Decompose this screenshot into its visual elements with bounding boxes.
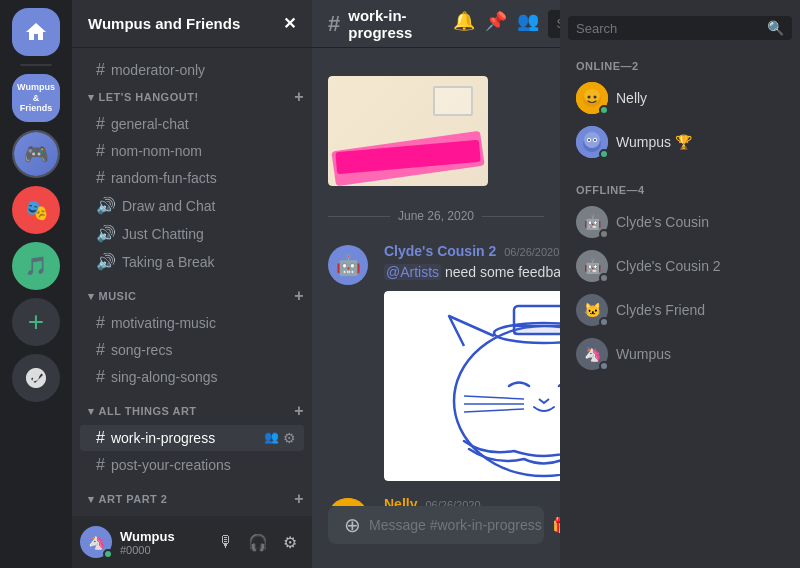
member-avatar-clydes-friend: 🐱	[576, 294, 608, 326]
channel-item-just-chatting[interactable]: 🔊 Just Chatting	[80, 220, 304, 247]
server-icon-home[interactable]	[12, 8, 60, 56]
channel-item-work-in-progress[interactable]: # work-in-progress 👥 ⚙	[80, 425, 304, 451]
search-bar[interactable]: 🔍	[548, 10, 560, 38]
text-channel-icon: #	[96, 169, 105, 187]
members-search[interactable]: 🔍	[568, 16, 792, 40]
member-item-clydes-cousin-2[interactable]: 🤖 Clyde's Cousin 2	[568, 244, 792, 288]
message-timestamp: 06/26/2020	[425, 499, 480, 506]
text-channel-icon: #	[96, 115, 105, 133]
user-settings-button[interactable]: ⚙	[276, 528, 304, 556]
svg-point-23	[588, 96, 591, 99]
server-icon-s2[interactable]: 🎭	[12, 186, 60, 234]
avatar	[328, 498, 368, 506]
message-author: Nelly	[384, 496, 417, 506]
discover-icon[interactable]	[12, 354, 60, 402]
add-channel-icon[interactable]: +	[294, 402, 304, 420]
add-server-button[interactable]: +	[12, 298, 60, 346]
mention: @Artists	[384, 264, 441, 280]
member-avatar-wumpus	[576, 126, 608, 158]
member-item-nelly[interactable]: Nelly	[568, 76, 792, 120]
member-name: Clyde's Cousin 2	[616, 258, 784, 274]
channel-name: nom-nom-nom	[111, 143, 296, 159]
server-icon-s1[interactable]: 🎮	[12, 130, 60, 178]
voice-channel-icon: 🔊	[96, 196, 116, 215]
member-item-clydes-cousin[interactable]: 🤖 Clyde's Cousin	[568, 200, 792, 244]
channel-item-moderator-only[interactable]: # moderator-only	[80, 57, 304, 83]
gift-button[interactable]: 🎁	[552, 516, 560, 535]
section-header-lets-hangout[interactable]: ▾ LET'S HANGOUT! +	[72, 84, 312, 110]
section-header-music[interactable]: ▾ MUSIC +	[72, 283, 312, 309]
channel-name-header: work-in-progress	[348, 7, 412, 41]
user-controls: 🎙 🎧 ⚙	[212, 528, 304, 556]
channel-name: random-fun-facts	[111, 170, 296, 186]
user-info: Wumpus #0000	[120, 529, 204, 556]
channel-sidebar: Wumpus and Friends ✕ # moderator-only ▾ …	[72, 0, 312, 568]
deafen-button[interactable]: 🎧	[244, 528, 272, 556]
add-attachment-button[interactable]: ⊕	[344, 513, 361, 537]
channel-item-motivating-music[interactable]: # motivating-music	[80, 310, 304, 336]
channel-item-inspiring-artists[interactable]: # inspiring-artists	[80, 513, 304, 516]
message-group-prior	[312, 64, 560, 193]
mute-microphone-button[interactable]: 🎙	[212, 528, 240, 556]
members-sidebar: 🔍 Online—2 Nelly	[560, 0, 800, 568]
server-header[interactable]: Wumpus and Friends ✕	[72, 0, 312, 48]
pin-button[interactable]: 📌	[484, 10, 508, 38]
input-actions: 🎁 GIF 😊	[552, 514, 560, 536]
channel-name: Just Chatting	[122, 226, 296, 242]
members-search-input[interactable]	[576, 21, 759, 36]
text-channel-icon: #	[96, 429, 105, 447]
add-channel-icon[interactable]: +	[294, 287, 304, 305]
messages-area: June 26, 2020 🤖 Clyde's Cousin 2 06/26/2…	[312, 48, 560, 506]
section-header-all-things-art[interactable]: ▾ ALL THINGS ART +	[72, 398, 312, 424]
channel-item-random-fun-facts[interactable]: # random-fun-facts	[80, 165, 304, 191]
member-item-wumpus[interactable]: Wumpus 🏆	[568, 120, 792, 164]
add-channel-icon[interactable]: +	[294, 88, 304, 106]
svg-line-5	[464, 396, 524, 399]
section-header-art-part-2[interactable]: ▾ ART PART 2 +	[72, 486, 312, 512]
server-icon-wumpus[interactable]: Wumpus &Friends	[12, 74, 60, 122]
channel-name: post-your-creations	[111, 457, 296, 473]
server-name: Wumpus and Friends	[88, 15, 240, 32]
text-channel-icon: #	[96, 341, 105, 359]
online-section-header: Online—2	[568, 52, 792, 76]
user-discriminator: #0000	[120, 544, 204, 556]
section-label: LET'S HANGOUT!	[99, 91, 199, 103]
settings-icon[interactable]: ⚙	[283, 430, 296, 446]
divider-line-right	[482, 216, 544, 217]
message-text-input[interactable]	[369, 506, 544, 544]
section-label: ALL THINGS ART	[99, 405, 197, 417]
svg-rect-4	[514, 326, 560, 334]
server-icon-s3[interactable]: 🎵	[12, 242, 60, 290]
message-author: Clyde's Cousin 2	[384, 243, 496, 259]
channel-item-song-recs[interactable]: # song-recs	[80, 337, 304, 363]
channel-name: work-in-progress	[111, 430, 258, 446]
server-sidebar: Wumpus &Friends 🎮 🎭 🎵 +	[0, 0, 72, 568]
svg-point-31	[594, 139, 596, 141]
member-item-clydes-friend[interactable]: 🐱 Clyde's Friend	[568, 288, 792, 332]
channel-item-nom-nom-nom[interactable]: # nom-nom-nom	[80, 138, 304, 164]
section-collapse-icon: ▾	[88, 493, 95, 506]
notifications-button[interactable]: 🔔	[452, 10, 476, 38]
channel-name: motivating-music	[111, 315, 296, 331]
avatar: 🤖	[328, 245, 368, 285]
member-settings-icon[interactable]: 👥	[264, 430, 279, 446]
channel-item-general-chat[interactable]: # general-chat	[80, 111, 304, 137]
status-indicator	[599, 105, 609, 115]
svg-point-24	[594, 96, 597, 99]
status-indicator	[599, 273, 609, 283]
member-item-wumpus-offline[interactable]: 🦄 Wumpus	[568, 332, 792, 376]
members-list-button[interactable]: 👥	[516, 10, 540, 38]
image-attachment-photo	[328, 76, 488, 186]
channel-item-post-your-creations[interactable]: # post-your-creations	[80, 452, 304, 478]
channel-item-sing-along-songs[interactable]: # sing-along-songs	[80, 364, 304, 390]
user-status-indicator	[103, 549, 113, 559]
svg-point-27	[584, 132, 600, 148]
svg-point-1	[454, 326, 560, 476]
channel-item-taking-a-break[interactable]: 🔊 Taking a Break	[80, 248, 304, 275]
add-channel-icon[interactable]: +	[294, 490, 304, 508]
search-icon: 🔍	[767, 20, 784, 36]
channel-item-draw-and-chat[interactable]: 🔊 Draw and Chat	[80, 192, 304, 219]
member-name: Clyde's Friend	[616, 302, 784, 318]
channel-actions: 👥 ⚙	[264, 430, 296, 446]
channel-section-all-things-art: ▾ ALL THINGS ART + # work-in-progress 👥 …	[72, 398, 312, 478]
